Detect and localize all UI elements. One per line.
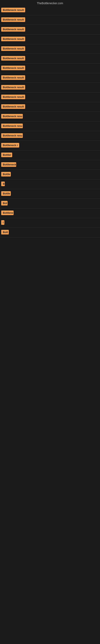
- bottleneck-card-24: Bott: [0, 228, 100, 238]
- bottleneck-card-9: Bottleneck result: [0, 83, 100, 92]
- bottleneck-badge-22[interactable]: Bottlene: [1, 210, 14, 215]
- bottleneck-badge-2[interactable]: Bottleneck result: [1, 17, 25, 22]
- cards-container: Bottleneck resultBottleneck resultBottle…: [0, 6, 100, 238]
- bottleneck-card-8: Bottleneck result: [0, 73, 100, 83]
- bottleneck-badge-8[interactable]: Bottleneck result: [1, 75, 25, 80]
- bottleneck-card-21: Bot: [0, 199, 100, 208]
- bottleneck-card-11: Bottleneck result: [0, 102, 100, 112]
- bottleneck-card-15: Bottleneck r: [0, 141, 100, 150]
- bottleneck-card-4: Bottleneck result: [0, 34, 100, 44]
- bottleneck-badge-21[interactable]: Bot: [1, 201, 8, 206]
- bottleneck-badge-13[interactable]: Bottleneck resu: [1, 124, 23, 128]
- bottleneck-card-17: Bottleneck: [0, 160, 100, 170]
- bottleneck-badge-9[interactable]: Bottleneck result: [1, 85, 25, 90]
- bottleneck-badge-24[interactable]: Bott: [1, 230, 9, 234]
- bottleneck-badge-3[interactable]: Bottleneck result: [1, 27, 25, 32]
- bottleneck-badge-15[interactable]: Bottleneck r: [1, 143, 19, 148]
- site-title-text: TheBottlenecker.com: [37, 2, 63, 5]
- bottleneck-card-23: I: [0, 218, 100, 228]
- bottleneck-badge-10[interactable]: Bottleneck result: [1, 94, 25, 99]
- bottleneck-badge-17[interactable]: Bottleneck: [1, 162, 16, 167]
- bottleneck-card-18: Bottle: [0, 170, 100, 180]
- bottleneck-badge-20[interactable]: Bottle: [1, 191, 11, 196]
- bottleneck-card-7: Bottleneck result: [0, 64, 100, 73]
- bottleneck-card-14: Bottleneck resu: [0, 131, 100, 141]
- bottleneck-badge-16[interactable]: Bottler: [1, 152, 12, 157]
- bottleneck-badge-1[interactable]: Bottleneck result: [1, 8, 25, 12]
- bottleneck-badge-23[interactable]: I: [1, 220, 4, 225]
- bottleneck-card-5: Bottleneck result: [0, 44, 100, 54]
- bottleneck-card-1: Bottleneck result: [0, 6, 100, 15]
- bottleneck-card-6: Bottleneck result: [0, 54, 100, 64]
- bottleneck-card-16: Bottler: [0, 150, 100, 160]
- bottleneck-card-20: Bottle: [0, 189, 100, 199]
- bottleneck-badge-7[interactable]: Bottleneck result: [1, 66, 25, 70]
- bottleneck-badge-4[interactable]: Bottleneck result: [1, 37, 25, 41]
- bottleneck-card-10: Bottleneck result: [0, 92, 100, 102]
- bottleneck-badge-14[interactable]: Bottleneck resu: [1, 133, 23, 138]
- bottleneck-badge-18[interactable]: Bottle: [1, 172, 11, 176]
- site-title: TheBottlenecker.com: [0, 0, 100, 6]
- bottleneck-card-13: Bottleneck resu: [0, 122, 100, 131]
- bottleneck-card-22: Bottlene: [0, 208, 100, 218]
- bottleneck-badge-11[interactable]: Bottleneck result: [1, 104, 25, 109]
- bottleneck-card-2: Bottleneck result: [0, 15, 100, 25]
- bottleneck-badge-12[interactable]: Bottleneck resu: [1, 114, 23, 118]
- bottleneck-card-3: Bottleneck result: [0, 25, 100, 34]
- bottleneck-badge-6[interactable]: Bottleneck result: [1, 56, 25, 60]
- bottleneck-card-19: B: [0, 180, 100, 189]
- bottleneck-badge-5[interactable]: Bottleneck result: [1, 46, 25, 51]
- bottleneck-card-12: Bottleneck resu: [0, 112, 100, 122]
- bottleneck-badge-19[interactable]: B: [1, 182, 5, 186]
